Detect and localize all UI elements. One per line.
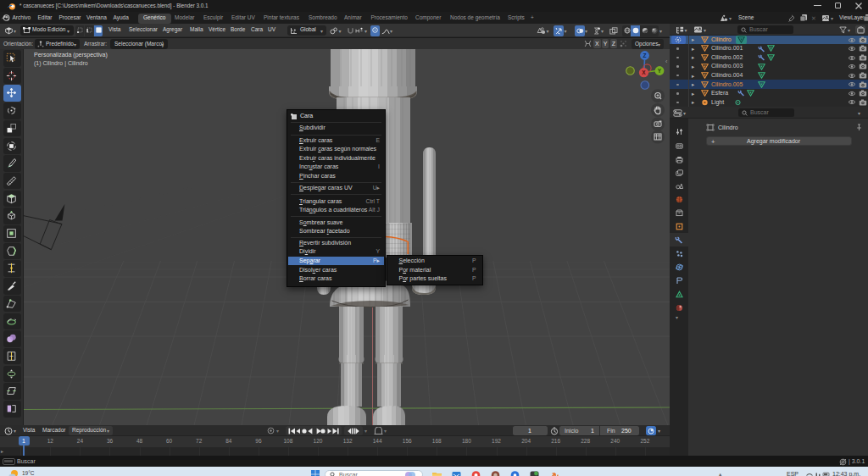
svg-text:Personalizada (perspectiva): Personalizada (perspectiva) [34,52,108,58]
svg-text:Y: Y [658,68,662,74]
svg-text:(1) Cilindro | Cilindro: (1) Cilindro | Cilindro [34,60,88,67]
svg-text:Z: Z [643,53,647,58]
svg-text:X: X [642,69,646,75]
